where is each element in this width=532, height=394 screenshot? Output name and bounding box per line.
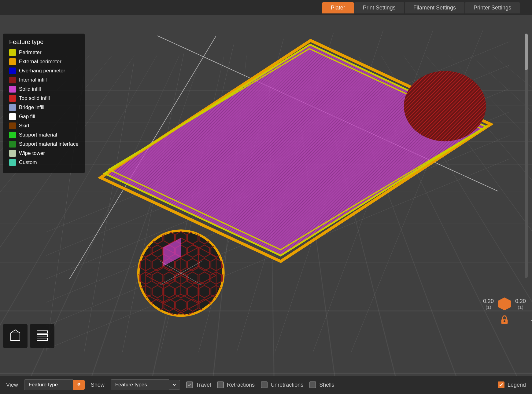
svg-point-36 xyxy=(504,320,505,322)
legend-item-label: Perimeter xyxy=(19,49,42,56)
layer-hex-indicator xyxy=(498,297,511,310)
svg-rect-33 xyxy=(37,334,47,337)
legend-item: Overhang perimeter xyxy=(9,67,79,74)
legend-item: Support material xyxy=(9,132,79,138)
retractions-checkbox[interactable] xyxy=(217,381,224,388)
svg-marker-28 xyxy=(11,330,20,333)
tab-printer-settings[interactable]: Printer Settings xyxy=(465,2,520,13)
tab-print-settings[interactable]: Print Settings xyxy=(354,2,404,13)
legend-checkbox-group[interactable]: Legend xyxy=(498,381,526,388)
svg-rect-32 xyxy=(37,331,47,333)
main-viewport: Feature type PerimeterExternal perimeter… xyxy=(0,15,532,376)
layer-indicator: 0.20 (1) 0.20 (1) xyxy=(483,297,526,327)
shells-checkbox[interactable] xyxy=(309,381,316,388)
layer-right-sub: (1) xyxy=(515,305,526,310)
show-select-value: Feature types xyxy=(111,379,169,390)
show-select-arrow[interactable] xyxy=(169,380,180,390)
legend-item: Gap fill xyxy=(9,113,79,120)
legend-color-swatch xyxy=(9,95,16,102)
legend-item-label: Internal infill xyxy=(19,77,47,83)
tab-filament-settings[interactable]: Filament Settings xyxy=(405,2,464,13)
view-select-wrapper[interactable]: Feature type xyxy=(24,379,85,390)
tab-plater[interactable]: Plater xyxy=(322,2,354,13)
legend-item-label: Skirt xyxy=(19,123,29,129)
bottom-toolbar: View Feature type Show Feature types Tra… xyxy=(0,376,532,394)
lock-icon[interactable] xyxy=(499,315,510,327)
legend-item: Top solid infill xyxy=(9,95,79,102)
unretractions-checkbox-group[interactable]: Unretractions xyxy=(261,381,303,388)
legend-item: Custom xyxy=(9,159,79,166)
legend-item-label: Support material xyxy=(19,132,57,138)
retractions-label: Retractions xyxy=(227,382,255,388)
view-label: View xyxy=(6,382,18,388)
legend-item-label: Gap fill xyxy=(19,114,35,120)
shells-label: Shells xyxy=(319,382,334,388)
layer-left-sub: (1) xyxy=(483,305,494,310)
layer-left-value: 0.20 xyxy=(483,298,494,305)
travel-label: Travel xyxy=(196,382,211,388)
legend-color-swatch xyxy=(9,58,16,65)
svg-rect-27 xyxy=(11,333,20,341)
legend-color-swatch xyxy=(9,122,16,129)
legend-item-label: Overhang perimeter xyxy=(19,68,65,74)
unretractions-checkbox[interactable] xyxy=(261,381,268,388)
legend-item: Support material interface xyxy=(9,141,79,148)
legend-color-swatch xyxy=(9,150,16,157)
travel-checkbox-group[interactable]: Travel xyxy=(186,381,211,388)
show-label: Show xyxy=(91,382,105,388)
legend-color-swatch xyxy=(9,132,16,138)
shells-checkbox-group[interactable]: Shells xyxy=(309,381,334,388)
view-select-value: Feature type xyxy=(24,379,73,390)
layers-view-button[interactable] xyxy=(30,324,54,348)
legend-item: Skirt xyxy=(9,122,79,129)
legend-item-label: Solid infill xyxy=(19,86,41,92)
top-navigation: Plater Print Settings Filament Settings … xyxy=(0,0,532,15)
legend-item: External perimeter xyxy=(9,58,79,65)
svg-line-9 xyxy=(84,62,134,352)
legend-title: Feature type xyxy=(9,38,79,46)
legend-label: Legend xyxy=(508,382,526,388)
legend-color-swatch xyxy=(9,104,16,111)
view-controls xyxy=(3,324,54,348)
top-solid-infill-hatch xyxy=(404,71,486,141)
legend-color-swatch xyxy=(9,141,16,148)
legend-item: Perimeter xyxy=(9,49,79,56)
legend-item-label: External perimeter xyxy=(19,59,61,65)
legend-color-swatch xyxy=(9,159,16,166)
layer-right-value: 0.20 xyxy=(515,298,526,305)
settings-gear-icon[interactable] xyxy=(531,315,532,327)
view-select-arrow[interactable] xyxy=(73,380,85,390)
scroll-thumb[interactable] xyxy=(525,34,528,70)
legend-color-swatch xyxy=(9,49,16,56)
legend-item-label: Top solid infill xyxy=(19,95,50,101)
legend-item-label: Bridge infill xyxy=(19,104,44,111)
legend-color-swatch xyxy=(9,77,16,83)
legend-item-label: Wipe tower xyxy=(19,150,45,156)
retractions-checkbox-group[interactable]: Retractions xyxy=(217,381,255,388)
legend-checkbox[interactable] xyxy=(498,381,504,388)
scroll-track xyxy=(525,34,528,278)
legend-color-swatch xyxy=(9,113,16,120)
unretractions-label: Unretractions xyxy=(271,382,303,388)
legend-item-label: Custom xyxy=(19,159,37,166)
legend-item-label: Support material interface xyxy=(19,141,79,147)
legend-item: Bridge infill xyxy=(9,104,79,111)
legend-item: Solid infill xyxy=(9,86,79,93)
svg-rect-34 xyxy=(37,338,47,341)
legend-color-swatch xyxy=(9,86,16,93)
legend-color-swatch xyxy=(9,67,16,74)
show-select-wrapper[interactable]: Feature types xyxy=(111,379,180,390)
legend-panel: Feature type PerimeterExternal perimeter… xyxy=(3,34,85,173)
3d-view-button[interactable] xyxy=(3,324,28,348)
legend-item: Internal infill xyxy=(9,77,79,83)
legend-item: Wipe tower xyxy=(9,150,79,157)
travel-checkbox[interactable] xyxy=(186,381,193,388)
